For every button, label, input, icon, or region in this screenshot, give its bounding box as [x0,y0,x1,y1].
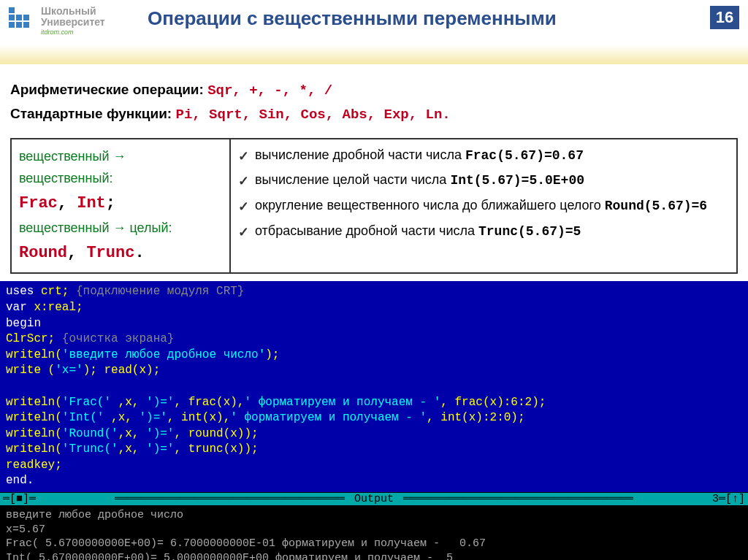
code: crt; [34,285,76,298]
check-icon: ✓ [238,170,249,193]
code: ,x, [104,411,139,424]
output-label: Output [345,493,403,505]
string: 'введите любое дробное число' [62,348,265,361]
item-code: Int(5.67)=5.0E+00 [450,173,584,188]
code: ); [265,348,279,361]
check-icon: ✓ [238,196,249,218]
func-round: Round [19,244,67,262]
string: ')=' [146,442,174,456]
table-left-column: вещественный → вещественный: Frac, Int; … [12,139,231,273]
string: ' форматируем и получаем - ' [244,396,440,409]
list-item: ✓вычисление дробной части числа Frac(5.6… [238,144,729,168]
logo-text-line1: Школьный [41,6,105,17]
code: x:real; [27,301,83,314]
intro-section: Арифметические операции: Sqr, +, -, *, /… [0,64,748,138]
functions-table: вещественный → вещественный: Frac, Int; … [10,138,738,275]
item-text: отбрасывание дробной части числа [255,223,478,238]
func-frac: Frac [19,194,58,212]
sep: ; [106,194,115,212]
keyword: begin [6,317,41,330]
label-arith-ops: Арифметические операции: [10,82,207,97]
slide-header: Школьный Университет itdrom.com Операции… [0,0,748,64]
string: ' форматируем и получаем - ' [230,411,427,424]
real-to-int-label: вещественный → целый: [19,217,222,239]
output-separator: ═[■]═ ══════════════════════════════════… [0,492,748,505]
bracket-icon: ═[■]═ [3,493,36,505]
check-icon: ✓ [238,145,249,168]
string: 'x=' [55,364,83,377]
code: ClrScr; [6,332,62,345]
comment: {подключение модуля CRT} [76,285,244,298]
page-title: Операции с вещественными переменными [148,6,710,30]
check-icon: ✓ [238,221,249,244]
code: ,x, [118,442,146,456]
comment: {очистка экрана} [62,332,175,345]
label-std-funcs: Стандартные функции: [10,106,175,121]
item-code: Frac(5.67)=0.67 [465,148,584,163]
string: 'Frac(' [62,396,111,409]
code: ); read(x); [83,364,161,377]
string: 'Round(' [62,427,118,440]
code: , trunc(x)); [174,442,258,456]
code: writeln( [6,396,62,409]
func-int: Int [77,194,106,212]
func-trunc: Trunc [86,244,134,262]
item-text: вычисление целой части числа [255,172,450,187]
table-right-column: ✓вычисление дробной части числа Frac(5.6… [231,139,736,273]
logo-icon [9,7,35,34]
output-marks: 3═[↑] [712,493,745,505]
string: ')=' [146,396,174,409]
sep: . [134,244,144,262]
code: writeln( [6,348,62,361]
real-to-real-label: вещественный → вещественный: [19,145,222,190]
code: writeln( [6,442,62,456]
sep: , [58,194,77,212]
code: writeln( [6,427,62,440]
item-text: вычисление дробной части числа [255,147,465,162]
item-code: Trunc(5.67)=5 [478,224,581,239]
item-code: Round(5.67)=6 [605,199,707,213]
list-item: ✓вычисление целой части числа Int(5.67)=… [238,169,729,193]
logo: Школьный Университет itdrom.com [9,6,148,36]
string: ')=' [139,411,167,424]
keyword: uses [6,285,34,298]
code: , round(x)); [174,427,258,440]
code: , frac(x):6:2); [440,396,546,409]
code-editor: uses crt; {подключение модуля CRT} var x… [0,281,748,492]
list-item: ✓округление вещественного числа до ближа… [238,194,729,218]
code: ,x, [111,396,146,409]
list-item: ✓отбрасывание дробной части числа Trunc(… [238,220,729,244]
terminal-output: введите любое дробное число x=5.67 Frac(… [0,505,748,560]
code: , frac(x), [174,396,244,409]
item-text: округление вещественного числа до ближай… [255,198,605,212]
string: 'Int(' [62,411,104,424]
code: readkey; [6,459,62,472]
code: writeln( [6,411,62,424]
logo-text-line2: Университет [41,17,105,28]
code: , int(x):2:0); [427,411,524,424]
page-number: 16 [710,6,739,29]
string: ')=' [146,427,174,440]
code: write ( [6,364,55,377]
arith-ops-list: Sqr, +, -, *, / [207,83,332,99]
string: 'Trunc(' [62,442,118,456]
std-funcs-list: Pi, Sqrt, Sin, Cos, Abs, Exp, Ln. [175,107,450,123]
code: ,x, [118,427,146,440]
sep: , [67,244,86,262]
keyword: end. [6,474,34,487]
code: , int(x), [167,411,230,424]
logo-subtitle: itdrom.com [41,28,105,36]
keyword: var [6,301,27,314]
